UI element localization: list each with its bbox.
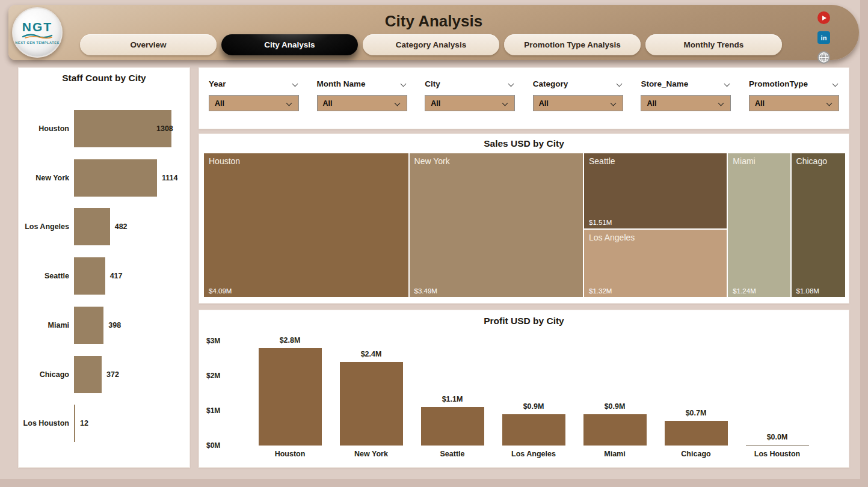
staff-category-label: Houston (19, 124, 69, 133)
filter-label: City (425, 79, 440, 88)
staff-value-label: 12 (80, 419, 88, 427)
nav-tabs: OverviewCity AnalysisCategory AnalysisPr… (80, 34, 782, 55)
staff-value-label: 482 (115, 222, 128, 231)
staff-value-label: 372 (106, 370, 119, 379)
profit-bar-new-york[interactable] (340, 362, 403, 446)
staff-bar[interactable] (74, 257, 105, 295)
staff-bar[interactable] (74, 356, 102, 393)
treemap-tile-value: $1.24M (733, 287, 756, 295)
profit-value-label: $2.8M (254, 336, 326, 345)
treemap-tile-value: $4.09M (209, 287, 232, 295)
filter-header: Month Name (317, 78, 407, 90)
profit-chart-panel: Profit USD by City $0M$1M$2M$3M$2.8MHous… (199, 310, 849, 468)
filter-category: CategoryAll (533, 78, 623, 129)
filter-store-name: Store_NameAll (641, 78, 731, 129)
profit-ytick: $3M (206, 337, 220, 345)
filter-selected-value: All (215, 99, 224, 108)
staff-category-label: Los Houston (19, 419, 69, 427)
tab-promotion-type-analysis[interactable]: Promotion Type Analysis (504, 34, 641, 55)
treemap-tile-name: Los Angeles (589, 233, 635, 242)
treemap-column: Houston$4.09M (204, 153, 408, 297)
staff-value-label: 1114 (162, 174, 177, 182)
filter-selected-value: All (755, 99, 765, 108)
tab-monthly-trends[interactable]: Monthly Trends (645, 34, 782, 55)
treemap-tile-seattle[interactable]: Seattle$1.51M (584, 153, 727, 228)
filter-dropdown[interactable]: All (209, 95, 299, 111)
staff-row-miami: Miami398 (19, 301, 189, 350)
staff-bar[interactable] (74, 208, 110, 245)
chevron-down-icon[interactable] (292, 81, 298, 87)
filter-city: CityAll (425, 78, 515, 129)
filter-selected-value: All (323, 99, 333, 108)
youtube-icon[interactable] (817, 11, 830, 24)
staff-row-houston: Houston1308 (19, 104, 189, 153)
logo-wave-icon (22, 33, 53, 39)
treemap-tile-new-york[interactable]: New York$3.49M (410, 153, 583, 297)
treemap-column: New York$3.49M (410, 153, 583, 297)
treemap-column: Miami$1.24M (728, 153, 790, 297)
profit-bar-houston[interactable] (259, 348, 322, 446)
logo-subtext: NEXT GEN TEMPLATES (15, 41, 59, 44)
staff-category-label: Chicago (19, 370, 69, 379)
treemap-tile-value: $3.49M (414, 287, 437, 295)
filter-label: Category (533, 79, 568, 88)
treemap-tile-miami[interactable]: Miami$1.24M (728, 153, 790, 297)
treemap-tile-name: Seattle (589, 156, 615, 166)
treemap-tile-value: $1.08M (796, 287, 819, 295)
chevron-down-icon[interactable] (508, 81, 514, 87)
staff-bar[interactable] (74, 159, 157, 197)
filter-promotiontype: PromotionTypeAll (749, 78, 839, 129)
tab-overview[interactable]: Overview (80, 34, 217, 55)
staff-bar[interactable] (74, 307, 103, 344)
filter-dropdown[interactable]: All (533, 95, 623, 111)
staff-row-los-houston: Los Houston12 (19, 399, 189, 448)
filter-month-name: Month NameAll (317, 78, 407, 129)
profit-bar-los-houston[interactable] (746, 445, 809, 446)
staff-value-label: 417 (110, 272, 123, 280)
page-title: City Analysis (8, 12, 859, 31)
profit-bar-miami[interactable] (583, 414, 647, 446)
chevron-down-icon (826, 100, 833, 106)
chevron-down-icon (394, 100, 400, 106)
treemap-tile-houston[interactable]: Houston$4.09M (204, 153, 408, 297)
globe-icon[interactable] (817, 51, 830, 64)
page-frame-right (860, 0, 868, 487)
staff-row-chicago: Chicago372 (19, 350, 189, 399)
profit-value-label: $0.7M (660, 409, 732, 417)
filter-header: PromotionType (749, 78, 839, 90)
profit-bar-seattle[interactable] (421, 407, 484, 446)
treemap-tile-chicago[interactable]: Chicago$1.08M (792, 153, 845, 297)
staff-value-label: 1308 (156, 124, 173, 133)
linkedin-icon[interactable]: in (817, 31, 830, 44)
sales-chart-title: Sales USD by City (199, 138, 849, 149)
profit-category-label: Miami (576, 450, 654, 458)
chevron-down-icon[interactable] (616, 81, 622, 87)
chevron-down-icon[interactable] (724, 81, 730, 87)
sales-treemap-panel: Sales USD by City Houston$4.09MNew York$… (199, 133, 849, 304)
profit-ytick: $2M (206, 372, 220, 380)
staff-row-los-angeles: Los Angeles482 (19, 202, 189, 251)
tab-category-analysis[interactable]: Category Analysis (363, 34, 499, 55)
chevron-down-icon (502, 100, 508, 106)
tab-city-analysis[interactable]: City Analysis (221, 34, 358, 55)
treemap-tile-name: New York (414, 156, 450, 166)
profit-bar-los-angeles[interactable] (502, 414, 565, 446)
filter-dropdown[interactable]: All (425, 95, 515, 111)
profit-value-label: $0.0M (741, 433, 813, 441)
filter-dropdown[interactable]: All (641, 95, 731, 111)
filter-dropdown[interactable]: All (749, 95, 839, 111)
staff-bar[interactable] (74, 405, 75, 442)
profit-category-label: Los Angeles (494, 450, 573, 458)
filter-selected-value: All (647, 99, 656, 108)
filter-header: Category (533, 78, 623, 90)
profit-value-label: $2.4M (335, 350, 407, 358)
chevron-down-icon[interactable] (400, 81, 406, 87)
staff-category-label: New York (19, 174, 69, 182)
filter-label: Month Name (317, 79, 366, 88)
profit-value-label: $0.9M (497, 402, 570, 411)
treemap-tile-los-angeles[interactable]: Los Angeles$1.32M (584, 230, 727, 297)
filter-dropdown[interactable]: All (317, 95, 407, 111)
profit-bar-chicago[interactable] (665, 421, 728, 446)
profit-category-label: Chicago (657, 450, 735, 458)
chevron-down-icon[interactable] (833, 81, 839, 87)
